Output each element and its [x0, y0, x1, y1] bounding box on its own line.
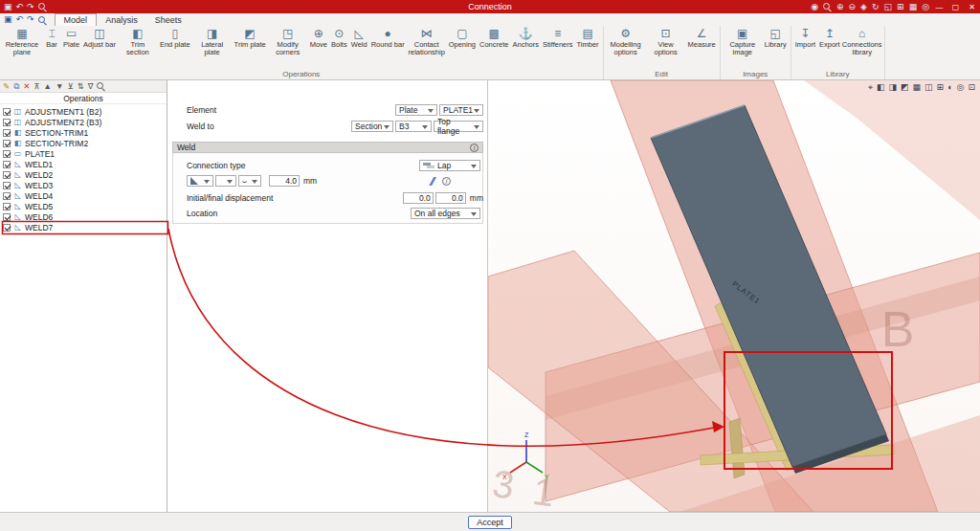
- info-icon[interactable]: i: [470, 144, 479, 152]
- save-icon[interactable]: ▣: [4, 14, 12, 25]
- checkbox-weld1[interactable]: [3, 161, 11, 168]
- move-button[interactable]: ⊕Move: [308, 27, 329, 49]
- final-displacement-input[interactable]: [435, 192, 466, 204]
- element-type-dropdown[interactable]: Plate: [395, 104, 437, 116]
- modelling-options-button[interactable]: ⚙Modelling options: [606, 27, 646, 57]
- tree-item-section-trim2[interactable]: ◧SECTION-TRIM2: [0, 138, 167, 148]
- screenshot-icon[interactable]: ⊡: [968, 82, 975, 93]
- search-icon[interactable]: [823, 2, 832, 11]
- coordinate-system-icon[interactable]: ⌖: [868, 82, 873, 93]
- throat-thickness-input[interactable]: [269, 175, 300, 187]
- move-bottom-icon[interactable]: ⊻: [67, 81, 73, 92]
- move-down-icon[interactable]: ▼: [56, 81, 63, 92]
- tree-item-weld6[interactable]: ◺WELD6: [0, 211, 167, 222]
- checkbox-adjustment2-b3[interactable]: [3, 119, 11, 126]
- connection-type-dropdown[interactable]: Lap: [419, 160, 480, 171]
- pan-icon[interactable]: ◈: [860, 2, 867, 12]
- move-up-icon[interactable]: ▲: [44, 81, 52, 92]
- view-corner-icon[interactable]: ◩: [901, 82, 909, 93]
- minimize-button[interactable]: —: [931, 0, 947, 13]
- viewport-scene[interactable]: B B 3 1 PLATE1 Z X Y: [488, 80, 980, 512]
- tree-item-adjustment2-b3[interactable]: ◫ADJUSTMENT2 (B3): [0, 117, 167, 127]
- section-view-icon[interactable]: ◫: [924, 82, 933, 93]
- weld-detail-dropdown[interactable]: [215, 175, 236, 187]
- redo-icon[interactable]: ↷: [27, 2, 34, 12]
- measure-button[interactable]: ∠Measure: [686, 27, 718, 49]
- tab-model[interactable]: Model: [55, 13, 98, 26]
- reference-plane-button[interactable]: ▦Reference plane: [2, 27, 42, 57]
- view-top-icon[interactable]: ◧: [877, 82, 885, 93]
- accept-button[interactable]: Accept: [468, 516, 512, 529]
- bar-button[interactable]: ⌶Bar: [42, 27, 61, 49]
- tree-item-weld4[interactable]: ◺WELD4: [0, 190, 167, 201]
- checkbox-plate1[interactable]: [3, 150, 11, 158]
- close-button[interactable]: ✕: [964, 0, 980, 13]
- delete-operation-icon[interactable]: ✕: [23, 81, 30, 92]
- export-button[interactable]: ↥Export: [817, 27, 842, 49]
- tab-analysis[interactable]: Analysis: [97, 13, 146, 26]
- concrete-button[interactable]: ▩Concrete: [478, 27, 510, 49]
- location-dropdown[interactable]: On all edges: [411, 208, 480, 219]
- tree-item-weld5[interactable]: ◺WELD5: [0, 201, 167, 211]
- weld-type-symbol-dropdown[interactable]: [187, 175, 213, 187]
- grid-icon[interactable]: ⊞: [897, 2, 904, 12]
- reorder-icon[interactable]: ⇅: [78, 81, 84, 92]
- timber-button[interactable]: ▤Timber: [575, 27, 601, 49]
- checkbox-section-trim1[interactable]: [3, 129, 11, 137]
- weld-contour-dropdown[interactable]: [238, 175, 261, 187]
- checkbox-weld4[interactable]: [3, 192, 11, 200]
- capture-image-button[interactable]: ▣Capture image: [723, 27, 763, 57]
- weld-info-icon[interactable]: i: [442, 177, 451, 186]
- tab-sheets[interactable]: Sheets: [146, 13, 190, 26]
- undo-icon[interactable]: ↶: [16, 2, 24, 12]
- edit-operation-icon[interactable]: ✎: [3, 81, 10, 92]
- round-bar-button[interactable]: ●Round bar: [369, 27, 407, 49]
- copy-operation-icon[interactable]: ⧉: [13, 81, 19, 92]
- shading-icon[interactable]: ◐: [947, 82, 952, 93]
- connections-library-button[interactable]: ⌂Connections library: [842, 27, 882, 57]
- import-button[interactable]: ↧Import: [793, 27, 817, 49]
- checkbox-adjustment1-b2[interactable]: [3, 108, 11, 116]
- transparency-icon[interactable]: ◎: [957, 82, 965, 93]
- weld-to-part-dropdown[interactable]: Top flange: [434, 121, 483, 132]
- tree-item-plate1[interactable]: ▭PLATE1: [0, 148, 167, 159]
- rotate-view-icon[interactable]: ↻: [872, 2, 880, 12]
- tree-item-section-trim1[interactable]: ◧SECTION-TRIM1: [0, 127, 167, 138]
- weld-to-member-dropdown[interactable]: B3: [395, 121, 432, 132]
- tree-item-weld3[interactable]: ◺WELD3: [0, 180, 167, 190]
- checkbox-weld3[interactable]: [3, 182, 11, 189]
- maximize-button[interactable]: ▢: [947, 0, 964, 13]
- trim-plate-button[interactable]: ◩Trim plate: [233, 27, 268, 49]
- checkbox-section-trim2[interactable]: [3, 140, 11, 147]
- move-top-icon[interactable]: ⊼: [33, 81, 39, 92]
- account-icon[interactable]: ◉: [811, 2, 818, 12]
- parallel-weld-icon[interactable]: ∥: [428, 176, 437, 186]
- tree-item-weld1[interactable]: ◺WELD1: [0, 159, 167, 169]
- checkbox-weld6[interactable]: [3, 213, 11, 221]
- tree-item-weld2[interactable]: ◺WELD2: [0, 169, 167, 180]
- adjust-bar-button[interactable]: ◫Adjust bar: [81, 27, 118, 49]
- redo-icon[interactable]: ↷: [27, 14, 34, 25]
- plate-button[interactable]: ▭Plate: [61, 27, 81, 49]
- view-options-button[interactable]: ⊡View options: [646, 27, 686, 57]
- render-icon[interactable]: ▦: [909, 2, 918, 12]
- checkbox-weld7[interactable]: [3, 224, 11, 232]
- undo-icon[interactable]: ↶: [16, 14, 24, 25]
- mesh-icon[interactable]: ▦: [913, 82, 922, 93]
- tree-item-adjustment1-b2[interactable]: ◫ADJUSTMENT1 (B2): [0, 106, 167, 117]
- trim-section-button[interactable]: ◧Trim section: [118, 27, 158, 57]
- opening-button[interactable]: ▢Opening: [447, 27, 478, 49]
- view-front-icon[interactable]: ◨: [889, 82, 898, 93]
- weld-button[interactable]: ◺Weld: [349, 27, 369, 49]
- search-icon[interactable]: [97, 81, 105, 91]
- zoom-in-icon[interactable]: ⊕: [836, 2, 844, 12]
- titlebar[interactable]: ▣↶↷ Connection ◉⊕⊖◈↻◱⊞▦◎ — ▢ ✕: [0, 0, 980, 13]
- 3d-viewport[interactable]: ⌖◧◨◩▦◫⊞◐◎⊡ B B 3 1 PLATE1 Z X Y: [488, 80, 980, 512]
- stiffeners-button[interactable]: ≡Stiffeners: [541, 27, 575, 49]
- grid-view-icon[interactable]: ⊞: [937, 82, 945, 93]
- checkbox-weld5[interactable]: [3, 203, 11, 210]
- target-icon[interactable]: ◎: [922, 2, 929, 12]
- library-button[interactable]: ◱Library: [763, 27, 789, 49]
- filter-icon[interactable]: ∇: [88, 81, 94, 92]
- anchors-button[interactable]: ⚓Anchors: [510, 27, 541, 49]
